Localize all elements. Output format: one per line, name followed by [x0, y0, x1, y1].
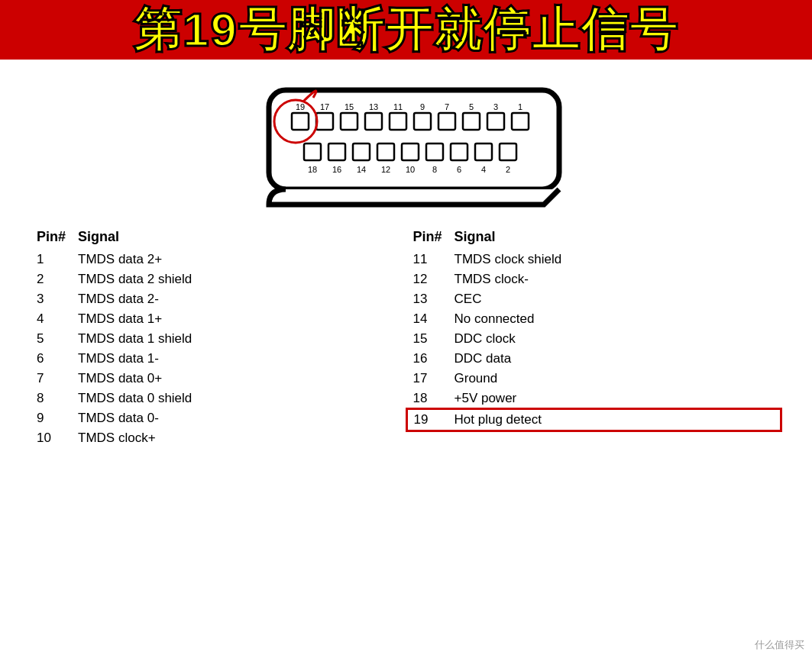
pin-number: 13 — [407, 289, 448, 309]
svg-rect-5 — [390, 113, 406, 130]
pin-number: 14 — [407, 309, 448, 329]
pin-number: 3 — [31, 289, 72, 309]
svg-text:7: 7 — [444, 102, 448, 111]
svg-rect-14 — [377, 144, 394, 160]
table-row: 14 No connected — [407, 309, 781, 329]
right-col-signal-header: Signal — [448, 227, 781, 250]
pin-signal: TMDS data 1 shield — [72, 329, 406, 349]
table-row: 1 TMDS data 2+ — [31, 250, 406, 269]
table-row: 13 CEC — [407, 289, 781, 309]
pin-signal: TMDS clock shield — [448, 250, 781, 269]
table-row: 16 DDC data — [407, 349, 781, 369]
svg-text:8: 8 — [432, 165, 436, 174]
table-row: 7 TMDS data 0+ — [31, 369, 406, 389]
pin-number: 19 — [407, 409, 448, 431]
svg-rect-2 — [316, 113, 333, 130]
table-row: 2 TMDS data 2 shield — [31, 269, 406, 289]
table-row: 12 TMDS clock- — [407, 269, 781, 289]
svg-rect-19 — [500, 144, 516, 160]
pin-signal: Hot plug detect — [448, 409, 781, 431]
pin-signal: DDC data — [448, 349, 781, 369]
svg-text:12: 12 — [380, 165, 390, 174]
pin-signal: TMDS data 2 shield — [72, 269, 406, 289]
pin-number: 12 — [407, 269, 448, 289]
pin-number: 18 — [407, 389, 448, 409]
pin-number: 1 — [31, 250, 72, 269]
svg-text:16: 16 — [332, 165, 341, 174]
table-row: 19 Hot plug detect — [407, 409, 781, 431]
table-row: 10 TMDS clock+ — [31, 428, 406, 448]
svg-rect-18 — [475, 144, 492, 160]
table-row: 3 TMDS data 2- — [31, 289, 406, 309]
table-row: 4 TMDS data 1+ — [31, 309, 406, 329]
pin-signal: +5V power — [448, 389, 781, 409]
table-row: 15 DDC clock — [407, 329, 781, 349]
pin-number: 8 — [31, 389, 72, 408]
pin-signal: TMDS clock+ — [72, 428, 406, 448]
left-pin-table: Pin# Signal 1 TMDS data 2+ 2 TMDS data 2… — [31, 227, 406, 448]
svg-rect-8 — [463, 113, 480, 130]
pin-number: 6 — [31, 349, 72, 369]
pin-number: 2 — [31, 269, 72, 289]
pin-number: 16 — [407, 349, 448, 369]
right-col-pin-header: Pin# — [407, 227, 448, 250]
right-pin-column: Pin# Signal 11 TMDS clock shield 12 TMDS… — [406, 227, 782, 448]
svg-rect-13 — [353, 144, 370, 160]
pin-signal: TMDS clock- — [448, 269, 781, 289]
pin-number: 10 — [31, 428, 72, 448]
pin-signal: TMDS data 0+ — [72, 369, 406, 389]
pin-number: 15 — [407, 329, 448, 349]
svg-rect-12 — [328, 144, 345, 160]
svg-rect-0 — [269, 90, 559, 189]
pin-signal: TMDS data 0- — [72, 408, 406, 428]
svg-text:4: 4 — [480, 165, 485, 174]
svg-rect-9 — [487, 113, 504, 130]
pin-signal: TMDS data 2+ — [72, 250, 406, 269]
svg-text:5: 5 — [468, 102, 473, 111]
title-bar: 第19号脚断开就停止信号 — [0, 0, 812, 60]
svg-text:6: 6 — [456, 165, 461, 174]
pin-number: 11 — [407, 250, 448, 269]
table-row: 11 TMDS clock shield — [407, 250, 781, 269]
svg-text:14: 14 — [356, 165, 365, 174]
svg-text:19: 19 — [295, 102, 304, 111]
svg-text:2: 2 — [505, 165, 510, 174]
pin-signal: Ground — [448, 369, 781, 389]
svg-text:17: 17 — [319, 102, 328, 111]
left-col-signal-header: Signal — [72, 227, 406, 250]
left-col-pin-header: Pin# — [31, 227, 72, 250]
left-pin-column: Pin# Signal 1 TMDS data 2+ 2 TMDS data 2… — [31, 227, 406, 448]
pin-signal: TMDS data 1- — [72, 349, 406, 369]
svg-text:11: 11 — [393, 102, 402, 111]
svg-rect-6 — [414, 113, 431, 130]
pin-signal: TMDS data 1+ — [72, 309, 406, 329]
page-title: 第19号脚断开就停止信号 — [134, 6, 678, 53]
svg-rect-1 — [292, 113, 309, 130]
svg-rect-4 — [365, 113, 382, 130]
svg-rect-10 — [512, 113, 529, 130]
svg-text:1: 1 — [517, 102, 522, 111]
watermark: 什么值得买 — [755, 638, 804, 652]
svg-text:13: 13 — [368, 102, 377, 111]
svg-text:10: 10 — [405, 165, 414, 174]
svg-rect-15 — [402, 144, 419, 160]
table-row: 17 Ground — [407, 369, 781, 389]
right-pin-table: Pin# Signal 11 TMDS clock shield 12 TMDS… — [406, 227, 782, 431]
pin-number: 5 — [31, 329, 72, 349]
table-row: 5 TMDS data 1 shield — [31, 329, 406, 349]
pin-signal: TMDS data 0 shield — [72, 389, 406, 408]
svg-text:9: 9 — [419, 102, 424, 111]
svg-text:15: 15 — [344, 102, 353, 111]
table-row: 6 TMDS data 1- — [31, 349, 406, 369]
pin-signal: No connected — [448, 309, 781, 329]
pin-number: 17 — [407, 369, 448, 389]
diagram-section: 19 17 15 13 11 9 7 5 3 1 18 16 14 12 10 … — [0, 60, 812, 220]
svg-text:3: 3 — [493, 102, 497, 111]
pin-signal: CEC — [448, 289, 781, 309]
pin-number: 9 — [31, 408, 72, 428]
pin-table-section: Pin# Signal 1 TMDS data 2+ 2 TMDS data 2… — [0, 220, 812, 448]
table-row: 9 TMDS data 0- — [31, 408, 406, 428]
pin-signal: TMDS data 2- — [72, 289, 406, 309]
pin-number: 7 — [31, 369, 72, 389]
connector-diagram: 19 17 15 13 11 9 7 5 3 1 18 16 14 12 10 … — [223, 75, 590, 212]
